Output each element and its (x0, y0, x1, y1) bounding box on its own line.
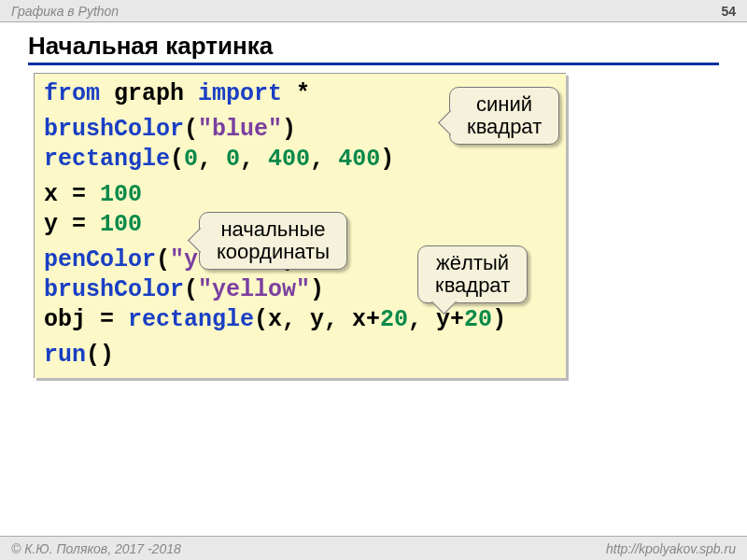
slide-title: Начальная картинка (28, 32, 719, 65)
code-line: x = 100 (44, 180, 557, 210)
code-line: run() (44, 341, 557, 371)
code-line: rectangle(0, 0, 400, 400) (44, 145, 557, 175)
footer-url: http://kpolyakov.spb.ru (606, 541, 736, 556)
footer-copyright: © К.Ю. Поляков, 2017 -2018 (11, 541, 181, 556)
slide-header: Графика в Python 54 (0, 0, 747, 22)
callout-blue-square: синий квадрат (449, 87, 559, 145)
callout-yellow-square: жёлтый квадрат (417, 245, 528, 303)
code-block: from graph import * brushColor("blue") r… (34, 73, 566, 378)
slide-footer: © К.Ю. Поляков, 2017 -2018 http://kpolya… (0, 536, 747, 560)
code-line: obj = rectangle(x, y, x+20, y+20) (44, 305, 557, 335)
header-topic: Графика в Python (11, 4, 119, 19)
callout-initial-coords: начальные координаты (199, 212, 347, 270)
page-number: 54 (721, 4, 736, 19)
